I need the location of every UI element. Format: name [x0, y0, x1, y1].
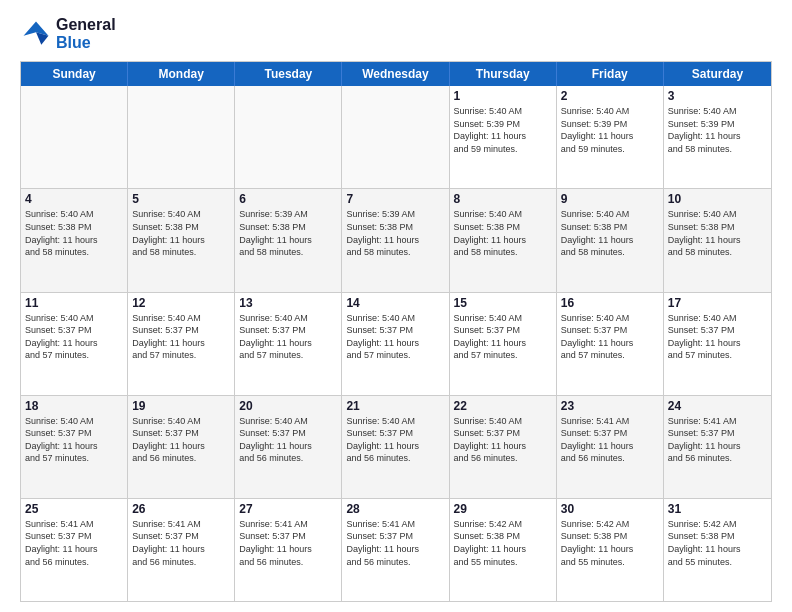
day-number: 12 — [132, 296, 230, 310]
day-number: 19 — [132, 399, 230, 413]
cell-info: Sunrise: 5:41 AM Sunset: 5:37 PM Dayligh… — [25, 518, 123, 568]
day-number: 7 — [346, 192, 444, 206]
calendar-cell: 18Sunrise: 5:40 AM Sunset: 5:37 PM Dayli… — [21, 396, 128, 498]
header-day-saturday: Saturday — [664, 62, 771, 86]
cell-info: Sunrise: 5:41 AM Sunset: 5:37 PM Dayligh… — [346, 518, 444, 568]
calendar-cell: 4Sunrise: 5:40 AM Sunset: 5:38 PM Daylig… — [21, 189, 128, 291]
day-number: 4 — [25, 192, 123, 206]
day-number: 17 — [668, 296, 767, 310]
cell-info: Sunrise: 5:42 AM Sunset: 5:38 PM Dayligh… — [668, 518, 767, 568]
cell-info: Sunrise: 5:39 AM Sunset: 5:38 PM Dayligh… — [239, 208, 337, 258]
calendar-cell: 13Sunrise: 5:40 AM Sunset: 5:37 PM Dayli… — [235, 293, 342, 395]
cell-info: Sunrise: 5:40 AM Sunset: 5:37 PM Dayligh… — [454, 312, 552, 362]
calendar-cell — [21, 86, 128, 188]
header-day-sunday: Sunday — [21, 62, 128, 86]
cell-info: Sunrise: 5:41 AM Sunset: 5:37 PM Dayligh… — [561, 415, 659, 465]
cell-info: Sunrise: 5:40 AM Sunset: 5:38 PM Dayligh… — [454, 208, 552, 258]
cell-info: Sunrise: 5:40 AM Sunset: 5:39 PM Dayligh… — [668, 105, 767, 155]
calendar-cell: 6Sunrise: 5:39 AM Sunset: 5:38 PM Daylig… — [235, 189, 342, 291]
calendar-cell: 17Sunrise: 5:40 AM Sunset: 5:37 PM Dayli… — [664, 293, 771, 395]
header-day-tuesday: Tuesday — [235, 62, 342, 86]
day-number: 27 — [239, 502, 337, 516]
calendar-cell: 2Sunrise: 5:40 AM Sunset: 5:39 PM Daylig… — [557, 86, 664, 188]
logo: General Blue — [20, 16, 116, 51]
day-number: 3 — [668, 89, 767, 103]
header-day-thursday: Thursday — [450, 62, 557, 86]
cell-info: Sunrise: 5:40 AM Sunset: 5:39 PM Dayligh… — [561, 105, 659, 155]
day-number: 11 — [25, 296, 123, 310]
day-number: 15 — [454, 296, 552, 310]
calendar-page: General Blue SundayMondayTuesdayWednesda… — [0, 0, 792, 612]
header: General Blue — [20, 16, 772, 51]
cell-info: Sunrise: 5:42 AM Sunset: 5:38 PM Dayligh… — [561, 518, 659, 568]
cell-info: Sunrise: 5:40 AM Sunset: 5:38 PM Dayligh… — [25, 208, 123, 258]
calendar-week-3: 11Sunrise: 5:40 AM Sunset: 5:37 PM Dayli… — [21, 292, 771, 395]
cell-info: Sunrise: 5:40 AM Sunset: 5:37 PM Dayligh… — [25, 415, 123, 465]
calendar: SundayMondayTuesdayWednesdayThursdayFrid… — [20, 61, 772, 602]
day-number: 25 — [25, 502, 123, 516]
day-number: 23 — [561, 399, 659, 413]
day-number: 24 — [668, 399, 767, 413]
day-number: 2 — [561, 89, 659, 103]
calendar-cell: 14Sunrise: 5:40 AM Sunset: 5:37 PM Dayli… — [342, 293, 449, 395]
logo-text: General Blue — [56, 16, 116, 51]
cell-info: Sunrise: 5:40 AM Sunset: 5:37 PM Dayligh… — [239, 415, 337, 465]
cell-info: Sunrise: 5:41 AM Sunset: 5:37 PM Dayligh… — [668, 415, 767, 465]
cell-info: Sunrise: 5:42 AM Sunset: 5:38 PM Dayligh… — [454, 518, 552, 568]
cell-info: Sunrise: 5:39 AM Sunset: 5:38 PM Dayligh… — [346, 208, 444, 258]
calendar-cell: 16Sunrise: 5:40 AM Sunset: 5:37 PM Dayli… — [557, 293, 664, 395]
header-day-wednesday: Wednesday — [342, 62, 449, 86]
cell-info: Sunrise: 5:40 AM Sunset: 5:38 PM Dayligh… — [561, 208, 659, 258]
calendar-cell — [128, 86, 235, 188]
cell-info: Sunrise: 5:40 AM Sunset: 5:37 PM Dayligh… — [668, 312, 767, 362]
day-number: 6 — [239, 192, 337, 206]
day-number: 8 — [454, 192, 552, 206]
calendar-cell: 31Sunrise: 5:42 AM Sunset: 5:38 PM Dayli… — [664, 499, 771, 601]
cell-info: Sunrise: 5:40 AM Sunset: 5:38 PM Dayligh… — [132, 208, 230, 258]
day-number: 18 — [25, 399, 123, 413]
calendar-week-2: 4Sunrise: 5:40 AM Sunset: 5:38 PM Daylig… — [21, 188, 771, 291]
calendar-cell: 11Sunrise: 5:40 AM Sunset: 5:37 PM Dayli… — [21, 293, 128, 395]
day-number: 14 — [346, 296, 444, 310]
calendar-cell: 28Sunrise: 5:41 AM Sunset: 5:37 PM Dayli… — [342, 499, 449, 601]
day-number: 1 — [454, 89, 552, 103]
calendar-week-4: 18Sunrise: 5:40 AM Sunset: 5:37 PM Dayli… — [21, 395, 771, 498]
header-day-friday: Friday — [557, 62, 664, 86]
calendar-cell: 15Sunrise: 5:40 AM Sunset: 5:37 PM Dayli… — [450, 293, 557, 395]
calendar-cell: 21Sunrise: 5:40 AM Sunset: 5:37 PM Dayli… — [342, 396, 449, 498]
calendar-week-5: 25Sunrise: 5:41 AM Sunset: 5:37 PM Dayli… — [21, 498, 771, 601]
cell-info: Sunrise: 5:40 AM Sunset: 5:37 PM Dayligh… — [25, 312, 123, 362]
cell-info: Sunrise: 5:40 AM Sunset: 5:37 PM Dayligh… — [454, 415, 552, 465]
cell-info: Sunrise: 5:40 AM Sunset: 5:37 PM Dayligh… — [132, 312, 230, 362]
cell-info: Sunrise: 5:40 AM Sunset: 5:39 PM Dayligh… — [454, 105, 552, 155]
cell-info: Sunrise: 5:40 AM Sunset: 5:37 PM Dayligh… — [561, 312, 659, 362]
day-number: 13 — [239, 296, 337, 310]
svg-marker-0 — [24, 21, 49, 35]
calendar-cell: 19Sunrise: 5:40 AM Sunset: 5:37 PM Dayli… — [128, 396, 235, 498]
calendar-cell: 3Sunrise: 5:40 AM Sunset: 5:39 PM Daylig… — [664, 86, 771, 188]
day-number: 22 — [454, 399, 552, 413]
day-number: 10 — [668, 192, 767, 206]
calendar-cell: 24Sunrise: 5:41 AM Sunset: 5:37 PM Dayli… — [664, 396, 771, 498]
calendar-cell: 22Sunrise: 5:40 AM Sunset: 5:37 PM Dayli… — [450, 396, 557, 498]
calendar-cell: 29Sunrise: 5:42 AM Sunset: 5:38 PM Dayli… — [450, 499, 557, 601]
cell-info: Sunrise: 5:41 AM Sunset: 5:37 PM Dayligh… — [132, 518, 230, 568]
calendar-cell: 26Sunrise: 5:41 AM Sunset: 5:37 PM Dayli… — [128, 499, 235, 601]
calendar-cell: 20Sunrise: 5:40 AM Sunset: 5:37 PM Dayli… — [235, 396, 342, 498]
cell-info: Sunrise: 5:40 AM Sunset: 5:37 PM Dayligh… — [239, 312, 337, 362]
calendar-cell: 7Sunrise: 5:39 AM Sunset: 5:38 PM Daylig… — [342, 189, 449, 291]
day-number: 30 — [561, 502, 659, 516]
day-number: 29 — [454, 502, 552, 516]
calendar-cell: 30Sunrise: 5:42 AM Sunset: 5:38 PM Dayli… — [557, 499, 664, 601]
calendar-body: 1Sunrise: 5:40 AM Sunset: 5:39 PM Daylig… — [21, 86, 771, 601]
calendar-cell — [342, 86, 449, 188]
calendar-cell: 23Sunrise: 5:41 AM Sunset: 5:37 PM Dayli… — [557, 396, 664, 498]
logo-icon — [20, 18, 52, 50]
calendar-header: SundayMondayTuesdayWednesdayThursdayFrid… — [21, 62, 771, 86]
cell-info: Sunrise: 5:40 AM Sunset: 5:37 PM Dayligh… — [346, 415, 444, 465]
day-number: 9 — [561, 192, 659, 206]
day-number: 26 — [132, 502, 230, 516]
calendar-cell: 5Sunrise: 5:40 AM Sunset: 5:38 PM Daylig… — [128, 189, 235, 291]
day-number: 16 — [561, 296, 659, 310]
day-number: 20 — [239, 399, 337, 413]
